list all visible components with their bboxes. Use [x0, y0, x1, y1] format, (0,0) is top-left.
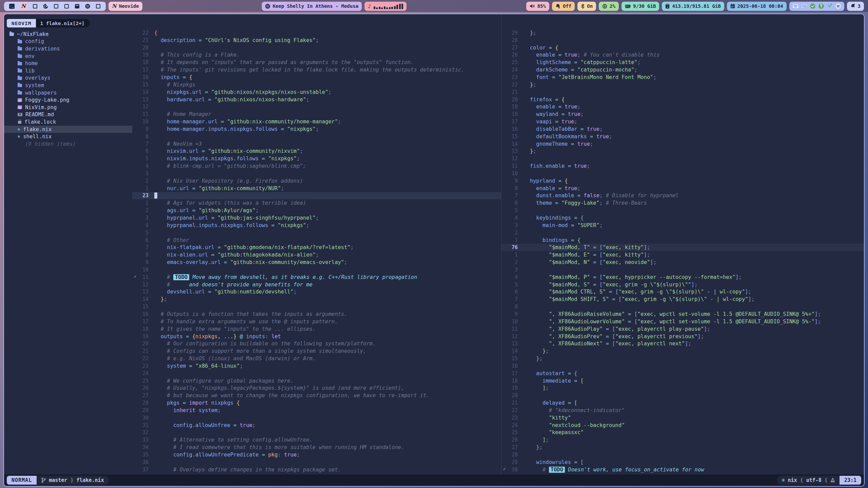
code-line[interactable]: 22 # "kdeconnect-indicator" [501, 407, 864, 414]
code-line[interactable]: 24 darkScheme = "catppuccin-mocha"; [501, 66, 864, 74]
code-line[interactable]: 15 defaultBookmarks = true; [501, 133, 864, 140]
code-line[interactable]: 5 "$mainMod, S" = ["exec, grim -g \"$(sl… [501, 281, 864, 288]
cpu-pill[interactable]: 2% [599, 2, 619, 11]
visualizer-pill[interactable]: ♪ [364, 2, 407, 11]
code-line[interactable]: 34 # I read somewhere that this is more … [132, 444, 501, 451]
code-line-current[interactable]: 76 "$mainMod, T" = ["exec, kitty"]; [501, 244, 864, 251]
code-line[interactable]: 25 # We configure our global packages he… [132, 377, 501, 385]
code-line[interactable]: 11 fish.enable = true; [501, 162, 864, 170]
spotify-tray-icon[interactable] [835, 3, 841, 9]
code-line[interactable]: 7 # NeoVim <3 [132, 140, 501, 148]
code-line[interactable]: 16 # Outputs is a function that takes th… [132, 310, 501, 318]
tree-item-nixflake[interactable]: ~/NixFlake [4, 30, 132, 38]
code-line[interactable]: 29 windowrules = [ [501, 459, 864, 466]
code-line[interactable]: 23 system = "x86_64-linux"; [132, 362, 501, 370]
code-line[interactable]: 29 inherit system; [132, 407, 501, 414]
code-line[interactable]: 5 [132, 229, 501, 237]
tree-item-9hiddenitems[interactable]: (9 hidden items) [4, 140, 132, 148]
code-line[interactable]: 16 disableTabBar = true; [501, 125, 864, 133]
code-line[interactable]: 20 # Our configuration is buildable on t… [132, 340, 501, 347]
code-line[interactable]: 22 # e.g. NixOS (linux) and MacOS (darwi… [132, 355, 501, 362]
code-line[interactable]: 16 [501, 362, 864, 370]
code-line[interactable]: 33 # Alternative to setting config.allow… [132, 436, 501, 444]
code-line[interactable]: 10 [132, 266, 501, 273]
code-line[interactable]: 2 "$mainMod, N" = ["exec, neovide"]; [501, 259, 864, 266]
notifications-pill[interactable]: 3 [847, 2, 864, 11]
code-line[interactable]: 16 inputs = { [132, 74, 501, 81]
code-line[interactable]: 3 [132, 170, 501, 177]
code-line[interactable]: 17 vaapi = true; [501, 118, 864, 125]
code-line[interactable]: 32 [132, 429, 501, 436]
workspace-terminal[interactable]: ›_ [9, 3, 15, 9]
code-line[interactable]: 6 "$mainMod CTRL, S" = ["exec, grim -g \… [501, 288, 864, 296]
code-line[interactable]: 19 enable = true; [501, 103, 864, 110]
code-line[interactable]: 24 [132, 370, 501, 377]
code-line[interactable]: 14 nixpkgs.url = "github:nixos/nixpkgs/n… [132, 88, 501, 96]
code-line[interactable]: 13 ", XF86AudioNext" = ["exec, playerctl… [501, 340, 864, 347]
tab-neovim[interactable]: NEOVIM [7, 19, 36, 27]
code-line[interactable]: 3 [501, 266, 864, 273]
tree-item-foggy-lake.png[interactable]: Foggy-Lake.png [4, 96, 132, 104]
code-line[interactable]: 7 nix-flatpak.url = "github:gmodena/nix-… [132, 244, 501, 251]
code-line[interactable]: 26 # Usually, "nixpkgs.legacyPackages.${… [132, 385, 501, 392]
code-line[interactable]: 19 ]; [501, 385, 864, 392]
code-line[interactable]: 10 [501, 170, 864, 177]
workspace-neovide-active[interactable]: N [19, 2, 27, 10]
window-title-pill[interactable]: N Neovide [108, 2, 142, 11]
workspace-empty-4[interactable] [95, 3, 101, 9]
code-line[interactable]: 9 home-manager.inputs.nixpkgs.follows = … [132, 125, 501, 133]
code-line[interactable]: 8 nix-alien.url = "github:thiagokokada/n… [132, 251, 501, 259]
tree-item-flake.nix[interactable]: ❄flake.nix [4, 126, 132, 133]
editor-pane-right[interactable]: 29 };2827 color = {26 enable = true; # Y… [501, 14, 864, 474]
code-line[interactable]: 4 # blink-cmp.url = "github:saghen/blink… [132, 162, 501, 170]
code-line[interactable]: 21 description = "ChUrl's NixOS config u… [132, 37, 501, 44]
code-line[interactable]: 22 }; [501, 81, 864, 88]
code-line[interactable]: 17 # The inputs' git revisions get locke… [132, 66, 501, 74]
tree-item-readme.md[interactable]: MREADME.md [4, 111, 132, 119]
screen-share-icon[interactable] [802, 4, 807, 8]
code-line[interactable]: 12 ", XF86AudioPrev" = ["exec, playerctl… [501, 333, 864, 340]
code-line[interactable]: ✓30 # TODO Doesn't work, use focus_on_ac… [501, 466, 864, 473]
code-line[interactable]: 14 }; [132, 296, 501, 303]
code-line[interactable]: 18 wayland = true; [501, 110, 864, 118]
tree-item-shell.nix[interactable]: ❄shell.nix [4, 133, 132, 140]
code-line[interactable]: 15 }; [501, 355, 864, 362]
keyboard-icon[interactable] [793, 4, 798, 8]
code-line[interactable]: 14 }; [501, 347, 864, 355]
code-line[interactable]: 35 config.allowUnfreePredicate = pkg: tr… [132, 451, 501, 459]
code-line[interactable]: 12 [501, 155, 864, 162]
code-line[interactable]: 2 # Nix User Repository (e.g. Firefox ad… [132, 177, 501, 185]
tree-item-env[interactable]: env [4, 53, 132, 60]
code-line[interactable]: 9 emacs-overlay.url = "github:nix-commun… [132, 259, 501, 266]
code-line[interactable]: 29 }; [501, 29, 864, 37]
disk-pill[interactable]: 413.19/915.81 GiB [662, 2, 724, 11]
code-line[interactable]: 4 "$mainMod, P" = ["exec, hyprpicker --a… [501, 273, 864, 281]
code-line[interactable]: 31 config.allowUnfree = true; [132, 422, 501, 429]
workspace-swirl[interactable] [42, 3, 48, 9]
code-line[interactable]: 23 "kitty" [501, 414, 864, 422]
code-line[interactable]: 26 enable = true; # You can't disable th… [501, 52, 864, 59]
code-line[interactable]: 27 }; [501, 444, 864, 451]
code-line[interactable]: 10 home-manager.url = "github:nix-commun… [132, 118, 501, 125]
code-line[interactable]: 19 outputs = {nixpkgs, ...} @ inputs: le… [132, 333, 501, 340]
code-line-current[interactable]: 23 [132, 192, 501, 200]
code-line[interactable]: 27 # but because we want to change the n… [132, 392, 501, 399]
clock-pill[interactable]: 2025-06-18 00:04 [727, 2, 787, 11]
bluetooth-pill[interactable]: On [577, 2, 596, 11]
code-line[interactable]: 8 enable = true; [501, 185, 864, 192]
tree-item-lib[interactable]: lib [4, 67, 132, 75]
tree-item-home[interactable]: home [4, 60, 132, 67]
code-line[interactable]: 30 [132, 414, 501, 422]
git-branch-label[interactable]: master [49, 477, 67, 483]
code-line[interactable]: 9 ", XF86AudioRaiseVolume" = ["exec, wpc… [501, 310, 864, 318]
code-line[interactable]: 14 gnomeTheme = true; [501, 140, 864, 148]
code-line[interactable]: 24 "nextcloud --background" [501, 422, 864, 429]
tree-item-derivations[interactable]: derivations [4, 45, 132, 53]
code-line[interactable]: 19 # This config is a Flake. [132, 52, 501, 59]
workspace-empty-1[interactable] [32, 3, 38, 9]
code-line[interactable]: 9 hyprland = { [501, 177, 864, 185]
tree-item-nixvim.png[interactable]: NixVim.png [4, 104, 132, 111]
code-line[interactable]: 8 [132, 133, 501, 140]
code-line[interactable]: 25 lightScheme = "catppuccin-latte"; [501, 59, 864, 66]
code-line[interactable]: 6 theme = "Foggy-Lake"; # Three-Bears [501, 199, 864, 207]
